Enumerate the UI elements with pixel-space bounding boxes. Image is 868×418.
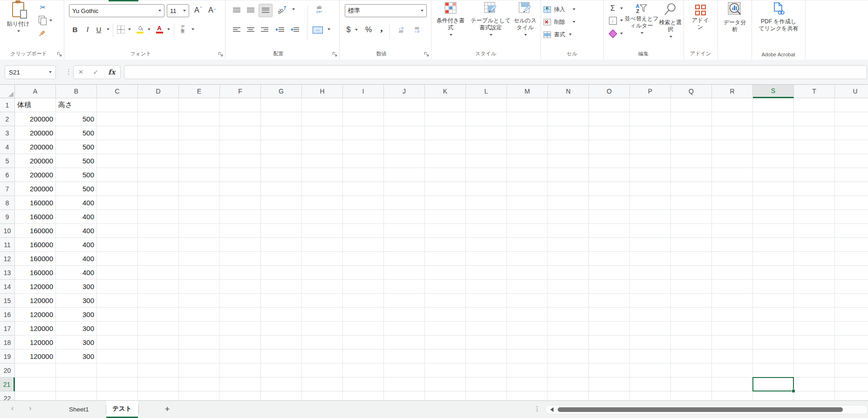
cell-Q15[interactable] <box>671 294 712 308</box>
cell-I20[interactable] <box>343 364 384 378</box>
cell-A18[interactable]: 120000 <box>15 336 56 350</box>
chevron-down-icon[interactable] <box>148 28 150 30</box>
cell-O18[interactable] <box>589 336 630 350</box>
cell-A6[interactable]: 200000 <box>15 168 56 182</box>
cell-P4[interactable] <box>630 140 671 154</box>
cell-H20[interactable] <box>302 364 343 378</box>
cell-T14[interactable] <box>794 280 835 294</box>
row-header-22[interactable]: 22 <box>0 391 15 400</box>
cell-R16[interactable] <box>712 308 753 322</box>
cell-S4[interactable] <box>753 140 794 154</box>
cell-N2[interactable] <box>548 112 589 126</box>
cell-I9[interactable] <box>343 210 384 224</box>
select-all-corner[interactable] <box>0 85 15 98</box>
chevron-down-icon[interactable] <box>620 33 623 34</box>
cell-P2[interactable] <box>630 112 671 126</box>
cell-T1[interactable] <box>794 98 835 112</box>
cell-M8[interactable] <box>507 196 548 210</box>
cancel-button[interactable]: × <box>78 67 83 77</box>
cell-O17[interactable] <box>589 322 630 336</box>
cell-H19[interactable] <box>302 350 343 364</box>
cell-F21[interactable] <box>220 378 261 391</box>
addins-button[interactable]: アドイン <box>691 2 710 31</box>
column-header-E[interactable]: E <box>179 85 220 98</box>
chevron-down-icon[interactable] <box>355 29 358 31</box>
cell-U12[interactable] <box>835 252 868 266</box>
column-header-I[interactable]: I <box>343 85 384 98</box>
fill-handle[interactable] <box>792 389 795 393</box>
cell-K13[interactable] <box>425 266 466 280</box>
cell-J5[interactable] <box>384 154 425 168</box>
sort-filter-button[interactable]: AZ 並べ替えとフィルター <box>624 2 659 36</box>
cell-H7[interactable] <box>302 182 343 196</box>
cell-T6[interactable] <box>794 168 835 182</box>
cell-U16[interactable] <box>835 308 868 322</box>
percent-button[interactable]: % <box>363 24 374 35</box>
column-header-J[interactable]: J <box>384 85 425 98</box>
cell-R15[interactable] <box>712 294 753 308</box>
cell-E15[interactable] <box>179 294 220 308</box>
cell-J7[interactable] <box>384 182 425 196</box>
cell-G21[interactable] <box>261 378 302 391</box>
cell-D3[interactable] <box>138 126 179 140</box>
cell-D9[interactable] <box>138 210 179 224</box>
cell-B3[interactable]: 500 <box>56 126 97 140</box>
cell-R8[interactable] <box>712 196 753 210</box>
clear-button[interactable] <box>608 29 617 38</box>
row-header-4[interactable]: 4 <box>0 140 15 154</box>
cell-I6[interactable] <box>343 168 384 182</box>
cell-P12[interactable] <box>630 252 671 266</box>
cell-H11[interactable] <box>302 238 343 252</box>
cell-M7[interactable] <box>507 182 548 196</box>
sheet-nav-left-icon[interactable]: ‹ <box>11 404 14 413</box>
cell-L3[interactable] <box>466 126 507 140</box>
column-header-K[interactable]: K <box>425 85 466 98</box>
row-header-9[interactable]: 9 <box>0 210 15 224</box>
cell-N1[interactable] <box>548 98 589 112</box>
cell-B1[interactable]: 高さ <box>56 98 97 112</box>
cell-F10[interactable] <box>220 224 261 238</box>
cell-D12[interactable] <box>138 252 179 266</box>
cell-D17[interactable] <box>138 322 179 336</box>
cell-H14[interactable] <box>302 280 343 294</box>
cell-D11[interactable] <box>138 238 179 252</box>
cell-E10[interactable] <box>179 224 220 238</box>
cell-H18[interactable] <box>302 336 343 350</box>
cell-H1[interactable] <box>302 98 343 112</box>
cell-R9[interactable] <box>712 210 753 224</box>
cell-R5[interactable] <box>712 154 753 168</box>
cell-H15[interactable] <box>302 294 343 308</box>
dialog-launcher-icon[interactable] <box>332 52 337 57</box>
cell-C17[interactable] <box>97 322 138 336</box>
cell-A3[interactable]: 200000 <box>15 126 56 140</box>
cell-R6[interactable] <box>712 168 753 182</box>
cell-M4[interactable] <box>507 140 548 154</box>
cell-T20[interactable] <box>794 364 835 378</box>
font-size-combobox[interactable]: 11 <box>167 4 189 17</box>
cell-O13[interactable] <box>589 266 630 280</box>
cell-M20[interactable] <box>507 364 548 378</box>
cell-P16[interactable] <box>630 308 671 322</box>
cell-O3[interactable] <box>589 126 630 140</box>
cell-J16[interactable] <box>384 308 425 322</box>
cell-B6[interactable]: 500 <box>56 168 97 182</box>
cell-I10[interactable] <box>343 224 384 238</box>
cell-T10[interactable] <box>794 224 835 238</box>
cell-K21[interactable] <box>425 378 466 391</box>
cell-M18[interactable] <box>507 336 548 350</box>
cell-L8[interactable] <box>466 196 507 210</box>
cell-P13[interactable] <box>630 266 671 280</box>
cell-K20[interactable] <box>425 364 466 378</box>
cell-B17[interactable]: 300 <box>56 322 97 336</box>
cell-J11[interactable] <box>384 238 425 252</box>
cell-I5[interactable] <box>343 154 384 168</box>
cell-I8[interactable] <box>343 196 384 210</box>
find-select-button[interactable]: 検索と選択 <box>658 2 683 40</box>
cell-M22[interactable] <box>507 391 548 400</box>
cell-I22[interactable] <box>343 391 384 400</box>
cell-O1[interactable] <box>589 98 630 112</box>
cell-L5[interactable] <box>466 154 507 168</box>
cell-U7[interactable] <box>835 182 868 196</box>
cell-T3[interactable] <box>794 126 835 140</box>
cell-C7[interactable] <box>97 182 138 196</box>
